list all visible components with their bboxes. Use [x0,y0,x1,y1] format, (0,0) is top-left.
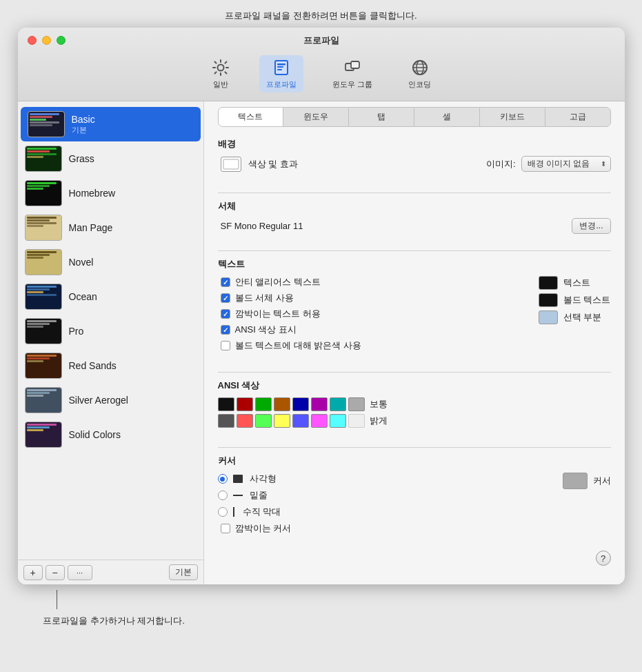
profile-item-basic[interactable]: Basic 기본 [21,107,201,141]
bold-color-swatch[interactable] [539,293,558,307]
tab-window[interactable]: 윈도우 [283,108,349,126]
bottom-help-row: ? [218,548,611,566]
gear-icon [211,58,230,77]
toolbar-window-group-label: 윈도우 그룹 [332,79,372,90]
bright-bold-checkbox[interactable] [221,341,230,350]
ansi-bright-4[interactable] [292,414,309,428]
connector-bottom [57,590,57,609]
text-section-inner: ✓ 안티 앨리어스 텍스트 ✓ 볼드 서체 사용 ✓ 깜박이는 텍스트 허용 [218,276,611,355]
color-effects-label: 색상 및 효과 [248,158,298,170]
toolbar-encoding-label: 인코딩 [408,79,431,90]
ansi-normal-2[interactable] [255,397,272,411]
tab-advanced[interactable]: 고급 [545,108,610,126]
maximize-button[interactable] [57,36,66,45]
toolbar-item-window-group[interactable]: 윈도우 그룹 [325,55,379,92]
checkbox-antialias: ✓ 안티 앨리어스 텍스트 [218,276,525,288]
toolbar-item-profile[interactable]: 프로파일 [259,55,303,92]
profile-thumb-redsands [25,353,62,379]
main-panel: 텍스트 윈도우 탭 셀 키보드 고급 배경 색상 및 효과 [204,101,625,584]
profile-item-solid[interactable]: Solid Colors [18,417,203,452]
set-default-button[interactable]: 기본 [169,564,198,580]
toolbar: 일반 프로파일 윈도우 그룹 [204,52,438,97]
bold-color-row: 볼드 텍스트 [539,293,611,307]
change-font-button[interactable]: 변경... [572,218,610,234]
profile-item-novel[interactable]: Novel [18,245,203,279]
profile-thumb-manpage [25,215,62,241]
ansi-bright-row: 밝게 [218,414,611,428]
profile-thumb-grass [25,146,62,172]
text-left: ✓ 안티 앨리어스 텍스트 ✓ 볼드 서체 사용 ✓ 깜박이는 텍스트 허용 [218,276,525,355]
profile-item-silver[interactable]: Silver Aerogel [18,383,203,417]
antialias-checkbox[interactable]: ✓ [221,277,230,287]
tab-keyboard[interactable]: 키보드 [480,108,545,126]
minimize-button[interactable] [42,36,51,45]
cursor-right: 커서 [563,473,611,538]
background-image-dropdown[interactable]: 배경 이미지 없음 ⬍ [521,156,611,172]
divider-2 [218,250,611,251]
background-color-swatch[interactable] [221,157,241,172]
selection-color-label: 선택 부분 [563,311,602,324]
blink-label: 깜박이는 텍스트 허용 [235,308,321,320]
profile-item-ocean[interactable]: Ocean [18,279,203,314]
profile-item-homebrew[interactable]: Homebrew [18,176,203,210]
antialias-label: 안티 앨리어스 텍스트 [235,276,321,288]
ansi-bright-3[interactable] [274,414,290,428]
font-title: 서체 [218,200,611,213]
tab-text[interactable]: 텍스트 [219,108,284,126]
ansi-bright-2[interactable] [255,414,272,428]
ansi-normal-3[interactable] [274,397,290,411]
profile-item-grass[interactable]: Grass [18,141,203,176]
cursor-left: 사각형 밑줄 수직 막대 [218,473,542,538]
ansi-normal-label: 보통 [370,398,388,411]
cursor-color-label: 커서 [593,475,611,487]
cursor-block-radio[interactable] [218,474,228,484]
add-profile-button[interactable]: + [23,565,43,580]
tab-cell[interactable]: 셀 [414,108,480,126]
profile-item-redsands[interactable]: Red Sands [18,348,203,383]
cursor-color-swatch[interactable] [563,473,588,489]
tabs-bar: 텍스트 윈도우 탭 셀 키보드 고급 [218,107,611,127]
svg-rect-4 [277,69,282,70]
cursor-title: 커서 [218,455,611,467]
cursor-bar-label: 수직 막대 [243,506,281,518]
text-section: 텍스트 ✓ 안티 앨리어스 텍스트 ✓ 볼드 서체 사용 ✓ [218,258,611,355]
ansi-normal-5[interactable] [311,397,328,411]
tab-tab[interactable]: 탭 [349,108,414,126]
profile-item-manpage[interactable]: Man Page [18,210,203,245]
ansi-normal-4[interactable] [292,397,309,411]
help-button[interactable]: ? [596,551,611,566]
checkbox-ansi: ✓ ANSI 색상 표시 [218,324,525,336]
remove-profile-button[interactable]: − [46,565,65,580]
sidebar: Basic 기본 Grass [18,101,204,584]
ansi-bright-6[interactable] [330,414,346,428]
blink-checkbox[interactable]: ✓ [221,309,230,319]
bold-font-checkbox[interactable]: ✓ [221,293,230,303]
more-options-button[interactable]: ··· [68,565,92,580]
profile-thumb-novel [25,249,62,275]
cursor-underline-radio[interactable] [218,491,228,500]
sidebar-bottom-bar: + − ··· 기본 [18,560,203,584]
close-button[interactable] [28,36,37,45]
font-section: 서체 SF Mono Regular 11 변경... [218,200,611,234]
ansi-bright-7[interactable] [348,414,365,428]
toolbar-item-general[interactable]: 일반 [204,55,237,92]
ansi-normal-1[interactable] [237,397,253,411]
text-color-swatch[interactable] [539,276,558,290]
cursor-bar-row: 수직 막대 [218,506,542,518]
ansi-bright-1[interactable] [237,414,253,428]
divider-1 [218,192,611,193]
toolbar-general-label: 일반 [213,79,228,90]
ansi-bright-0[interactable] [218,414,234,428]
cursor-bar-radio[interactable] [218,507,228,517]
image-label: 이미지: [486,158,516,170]
toolbar-item-encoding[interactable]: 인코딩 [401,55,438,92]
ansi-normal-0[interactable] [218,397,234,411]
ansi-normal-7[interactable] [348,397,365,411]
cursor-blink-checkbox[interactable] [221,524,230,533]
ansi-checkbox[interactable]: ✓ [221,325,230,335]
ansi-bright-5[interactable] [311,414,328,428]
ansi-section: ANSI 색상 보통 [218,379,611,431]
ansi-normal-6[interactable] [330,397,346,411]
selection-color-swatch[interactable] [539,310,558,324]
profile-item-pro[interactable]: Pro [18,314,203,348]
